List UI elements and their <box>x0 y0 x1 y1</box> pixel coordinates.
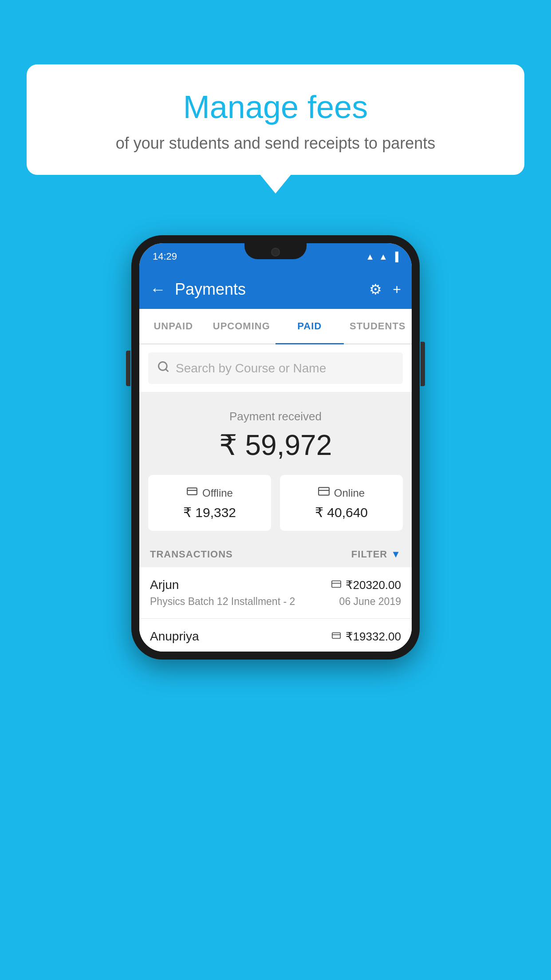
wifi-icon: ▲ <box>366 252 374 262</box>
speech-bubble-container: Manage fees of your students and send re… <box>27 64 524 175</box>
search-icon <box>157 360 169 376</box>
transaction-row-top: Arjun ₹20320.00 <box>150 578 401 592</box>
online-card: Online ₹ 40,640 <box>280 475 403 531</box>
online-card-header: Online <box>289 486 394 500</box>
transaction-type-icon-2 <box>331 631 341 643</box>
transaction-row-top-2: Anupriya ₹19332.00 <box>150 629 401 644</box>
content-area: Search by Course or Name Payment receive… <box>139 344 412 652</box>
transaction-date: 06 June 2019 <box>339 596 401 608</box>
online-icon <box>318 486 330 500</box>
tab-unpaid[interactable]: UNPAID <box>139 309 208 344</box>
transaction-item[interactable]: Arjun ₹20320.00 Physics <box>139 567 412 619</box>
online-amount: ₹ 40,640 <box>289 505 394 520</box>
transaction-amount-row: ₹20320.00 <box>331 578 401 592</box>
offline-icon <box>186 486 198 500</box>
filter-label: FILTER <box>351 549 387 560</box>
payment-cards: Offline ₹ 19,332 Online <box>139 475 412 541</box>
tab-students[interactable]: STUDENTS <box>344 309 412 344</box>
transaction-name-2: Anupriya <box>150 629 199 644</box>
tab-paid[interactable]: PAID <box>276 309 344 344</box>
offline-label: Offline <box>202 487 233 499</box>
signal-icon: ▲ <box>379 252 388 262</box>
app-bar: ← Payments ⚙ + <box>139 270 412 309</box>
offline-amount: ₹ 19,332 <box>157 505 262 520</box>
transaction-item-partial[interactable]: Anupriya ₹19332.00 <box>139 619 412 652</box>
transactions-label: TRANSACTIONS <box>150 549 233 560</box>
status-time: 14:29 <box>153 251 177 262</box>
svg-rect-4 <box>319 487 329 495</box>
transactions-header: TRANSACTIONS FILTER ▼ <box>139 541 412 567</box>
transaction-name: Arjun <box>150 578 179 592</box>
search-container: Search by Course or Name <box>139 344 412 392</box>
add-icon[interactable]: + <box>393 281 401 298</box>
search-placeholder: Search by Course or Name <box>176 361 326 375</box>
svg-rect-6 <box>331 581 340 588</box>
back-button[interactable]: ← <box>150 280 166 299</box>
svg-rect-8 <box>332 632 340 638</box>
status-bar: 14:29 ▲ ▲ ▐ <box>139 243 412 270</box>
settings-icon[interactable]: ⚙ <box>369 281 382 298</box>
payment-received-amount: ₹ 59,972 <box>153 429 398 462</box>
notch <box>244 243 307 259</box>
svg-line-1 <box>165 369 168 371</box>
transaction-amount: ₹20320.00 <box>346 578 401 592</box>
transaction-type-icon <box>331 579 341 591</box>
transaction-course: Physics Batch 12 Installment - 2 <box>150 596 295 608</box>
camera <box>271 248 280 257</box>
phone-mockup: 14:29 ▲ ▲ ▐ ← Payments ⚙ + UNPAID UPCO <box>131 235 420 660</box>
payment-received-section: Payment received ₹ 59,972 <box>139 392 412 475</box>
offline-card-header: Offline <box>157 486 262 500</box>
filter-icon: ▼ <box>391 549 401 560</box>
transaction-amount-2: ₹19332.00 <box>346 630 401 644</box>
app-bar-title: Payments <box>175 280 360 299</box>
phone-outer-frame: 14:29 ▲ ▲ ▐ ← Payments ⚙ + UNPAID UPCO <box>131 235 420 660</box>
offline-card: Offline ₹ 19,332 <box>148 475 271 531</box>
transaction-amount-row-2: ₹19332.00 <box>331 630 401 644</box>
battery-icon: ▐ <box>392 252 398 262</box>
svg-rect-2 <box>187 488 197 494</box>
status-icons: ▲ ▲ ▐ <box>366 252 398 262</box>
online-label: Online <box>334 487 365 499</box>
payment-received-label: Payment received <box>153 410 398 423</box>
tabs-bar: UNPAID UPCOMING PAID STUDENTS <box>139 309 412 344</box>
app-bar-actions: ⚙ + <box>369 281 401 298</box>
bubble-title: Manage fees <box>53 89 498 125</box>
tab-upcoming[interactable]: UPCOMING <box>208 309 276 344</box>
bubble-subtitle: of your students and send receipts to pa… <box>53 134 498 153</box>
speech-bubble: Manage fees of your students and send re… <box>27 64 524 175</box>
transaction-row-bottom: Physics Batch 12 Installment - 2 06 June… <box>150 596 401 608</box>
filter-button[interactable]: FILTER ▼ <box>351 549 401 560</box>
search-bar[interactable]: Search by Course or Name <box>148 352 403 384</box>
phone-screen: 14:29 ▲ ▲ ▐ ← Payments ⚙ + UNPAID UPCO <box>139 243 412 652</box>
